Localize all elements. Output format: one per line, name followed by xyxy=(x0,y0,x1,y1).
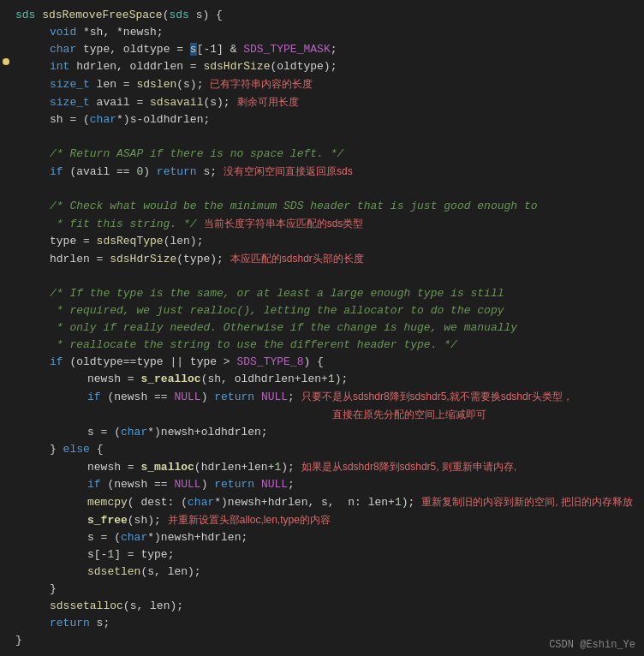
annotation-malloc3: 并重新设置头部alloc,len,type的内容 xyxy=(168,514,331,526)
code-line: if (oldtype==type || type > SDS_TYPE_8) … xyxy=(0,354,644,371)
code-line: sdssetalloc(s, len); xyxy=(0,598,644,615)
annotation-content: 已有字符串内容的长度 xyxy=(210,78,313,90)
gutter xyxy=(0,319,12,326)
annotation-no-space: 没有空闲空间直接返回原sds xyxy=(224,165,353,177)
code-line: * only if really needed. Otherwise if th… xyxy=(0,319,644,337)
code-line: } xyxy=(0,581,644,598)
gutter xyxy=(0,493,12,500)
gutter xyxy=(0,128,12,135)
line-text: hdrlen = sdsHdrSize(type);本应匹配的sdshdr头部的… xyxy=(12,250,644,268)
code-line: /* If the type is the same, or at least … xyxy=(0,285,644,302)
gutter xyxy=(0,406,12,413)
gutter xyxy=(0,146,12,152)
line-text: /* Check what would be the minimum SDS h… xyxy=(12,198,644,215)
gutter xyxy=(0,546,12,553)
code-line: char type, oldtype = s[-1] & SDS_TYPE_MA… xyxy=(0,41,644,58)
gutter xyxy=(0,215,12,222)
gutter xyxy=(0,233,12,240)
code-line: void *sh, *newsh; xyxy=(0,24,644,41)
line-text: * fit this string. */当前长度字符串本应匹配的sds类型 xyxy=(12,215,644,233)
code-line: sh = (char*)s-oldhdrlen; xyxy=(0,111,644,128)
line-text: } else { xyxy=(12,441,644,458)
code-line: if (newsh == NULL) return NULL; xyxy=(0,476,644,493)
line-text: void *sh, *newsh; xyxy=(12,24,644,41)
gutter xyxy=(0,24,12,31)
code-line: * fit this string. */当前长度字符串本应匹配的sds类型 xyxy=(0,215,644,233)
gutter xyxy=(0,7,12,14)
code-line: } else { xyxy=(0,441,644,458)
gutter xyxy=(0,476,12,483)
gutter xyxy=(0,354,12,361)
gutter xyxy=(0,198,12,205)
gutter xyxy=(0,337,12,343)
line-text: sdsetlen(s, len); xyxy=(12,564,644,581)
line-text: type = sdsReqType(len); xyxy=(12,233,644,250)
code-line: hdrlen = sdsHdrSize(type);本应匹配的sdshdr头部的… xyxy=(0,250,644,268)
annotation-sds-type: 当前长度字符串本应匹配的sds类型 xyxy=(204,218,364,230)
line-text: size_t avail = sdsavail(s);剩余可用长度 xyxy=(12,93,644,111)
code-line xyxy=(0,268,644,285)
line-text: int hdrlen, olddrlen = sdsHdrSize(oldtyp… xyxy=(12,58,644,75)
code-line: 直接在原先分配的空间上缩减即可 xyxy=(0,406,644,424)
code-line: * reallocate the string to use the diffe… xyxy=(0,337,644,354)
line-text: * required, we just realloc(), letting t… xyxy=(12,302,644,319)
line-text: size_t len = sdslen(s);已有字符串内容的长度 xyxy=(12,75,644,93)
line-text: sh = (char*)s-oldhdrlen; xyxy=(12,111,644,128)
annotation-hdrlen: 本应匹配的sdshdr头部的长度 xyxy=(230,253,364,265)
gutter xyxy=(0,41,12,48)
line-text: if (newsh == NULL) return NULL;只要不是从sdsh… xyxy=(12,388,644,406)
annotation-malloc2: 重新复制旧的内容到新的空间, 把旧的内存释放 xyxy=(421,496,633,508)
line-text: } xyxy=(12,581,644,598)
code-line: sds sdsRemoveFreeSpace(sds s) { xyxy=(0,7,644,24)
line-text: char type, oldtype = s[-1] & SDS_TYPE_MA… xyxy=(12,41,644,58)
footer-text: CSDN @Eshin_Ye xyxy=(549,639,635,651)
code-line: type = sdsReqType(len); xyxy=(0,233,644,250)
gutter xyxy=(0,529,12,536)
code-line: newsh = s_malloc(hdrlen+len+1);如果是从sdshd… xyxy=(0,458,644,476)
code-line: s_free(sh);并重新设置头部alloc,len,type的内容 xyxy=(0,511,644,529)
code-line: } xyxy=(0,632,644,649)
code-line: memcpy( dest: (char*)newsh+hdrlen, s, n:… xyxy=(0,493,644,511)
line-text xyxy=(12,128,644,146)
line-text: 直接在原先分配的空间上缩减即可 xyxy=(12,406,644,424)
line-text: return s; xyxy=(12,615,644,632)
line-text: s_free(sh);并重新设置头部alloc,len,type的内容 xyxy=(12,511,644,529)
gutter xyxy=(0,598,12,605)
code-line: s = (char*)newsh+hdrlen; xyxy=(0,529,644,546)
gutter xyxy=(0,181,12,188)
code-line: newsh = s_realloc(sh, oldhdrlen+len+1); xyxy=(0,371,644,388)
line-text xyxy=(12,268,644,285)
gutter xyxy=(0,511,12,518)
line-text: if (oldtype==type || type > SDS_TYPE_8) … xyxy=(12,354,644,371)
code-line: size_t avail = sdsavail(s);剩余可用长度 xyxy=(0,93,644,111)
line-text: if (newsh == NULL) return NULL; xyxy=(12,476,644,493)
gutter xyxy=(0,75,12,82)
code-line: * required, we just realloc(), letting t… xyxy=(0,302,644,319)
gutter xyxy=(0,388,12,395)
annotation-realloc2: 直接在原先分配的空间上缩减即可 xyxy=(332,409,486,420)
gutter xyxy=(0,250,12,257)
annotation-content: 剩余可用长度 xyxy=(237,96,299,108)
code-line: if (newsh == NULL) return NULL;只要不是从sdsh… xyxy=(0,388,644,406)
line-text: * only if really needed. Otherwise if th… xyxy=(12,319,644,337)
line-text: s = (char*)newsh+oldhdrlen; xyxy=(12,424,644,441)
gutter xyxy=(0,564,12,570)
gutter xyxy=(0,615,12,622)
code-container: sds sdsRemoveFreeSpace(sds s) { void *sh… xyxy=(0,0,644,656)
annotation-realloc: 只要不是从sdshdr8降到sdshdr5,就不需要换sdshdr头类型， xyxy=(301,391,573,403)
code-line: /* Return ASAP if there is no space left… xyxy=(0,146,644,163)
gutter xyxy=(0,371,12,378)
code-line: /* Check what would be the minimum SDS h… xyxy=(0,198,644,215)
gutter xyxy=(0,163,12,170)
code-line xyxy=(0,128,644,146)
gutter xyxy=(0,302,12,309)
gutter xyxy=(0,111,12,118)
code-line: return s; xyxy=(0,615,644,632)
code-line: sdsetlen(s, len); xyxy=(0,564,644,581)
line-text: memcpy( dest: (char*)newsh+hdrlen, s, n:… xyxy=(12,493,644,511)
code-line xyxy=(0,181,644,198)
line-text: s[-1] = type; xyxy=(12,546,644,564)
gutter xyxy=(0,268,12,275)
line-text: sds sdsRemoveFreeSpace(sds s) { xyxy=(12,7,644,24)
line-text: newsh = s_realloc(sh, oldhdrlen+len+1); xyxy=(12,371,644,388)
